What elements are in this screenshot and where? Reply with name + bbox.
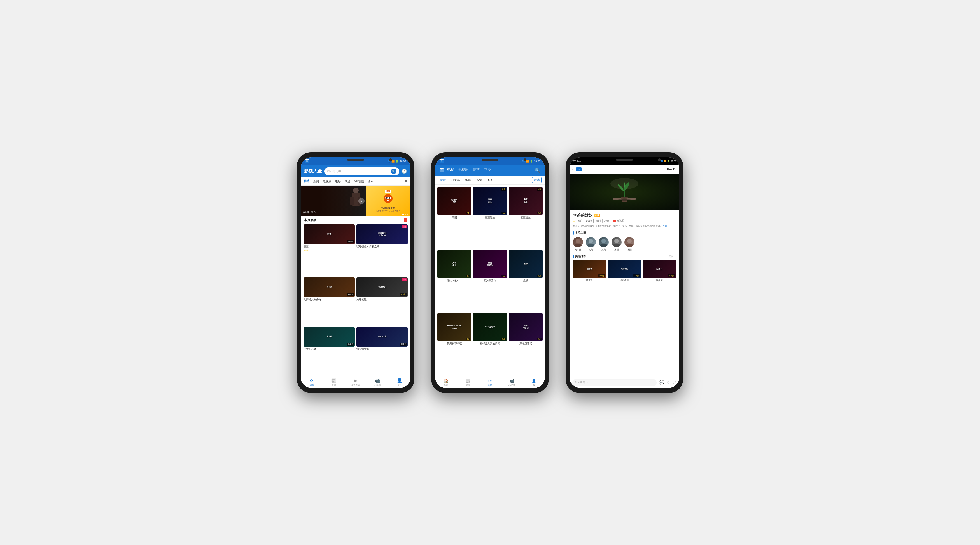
app2-movie-9[interactable]: 深海 历险记 7.7 深海历险记 bbox=[509, 313, 542, 374]
app2-video-label: 小视频 bbox=[509, 384, 515, 387]
svg-point-0 bbox=[353, 187, 359, 193]
tab-bai[interactable]: 百# bbox=[366, 178, 375, 185]
app2-nav-news[interactable]: 📰 新闻 bbox=[457, 379, 479, 387]
bottom-nav-video[interactable]: 📹 小视频 bbox=[366, 378, 388, 387]
cast-1[interactable]: 黄才伦 bbox=[573, 237, 583, 251]
app1-history-icon[interactable]: 🕐 bbox=[401, 168, 407, 174]
app1-search-bar[interactable]: 我不是药神 🔍 bbox=[324, 167, 399, 175]
app3-heart-icon[interactable]: ♡ bbox=[667, 380, 671, 385]
filter-button[interactable]: 筛选 bbox=[532, 177, 541, 183]
phone-2-screen: N 🔵 📶 🔋 20:07 N 电影 电视剧 综艺 动漫 🔍 bbox=[435, 157, 545, 388]
app2-home-label: 首页 bbox=[444, 384, 448, 387]
app2-logo: N bbox=[440, 159, 444, 163]
app2-title-7: 莫斯科不眠夜 bbox=[438, 342, 471, 345]
movie-card-3[interactable]: 花不弃 46集全 共产党人刘少奇 bbox=[304, 277, 355, 325]
phone-3-status-bar: 639.3M/s 🔵 📶 🔋 20:06 bbox=[570, 157, 679, 165]
app3-share-icon[interactable]: ↗ bbox=[673, 380, 676, 385]
movie-card-2[interactable]: 猩球崛起3 终极之战 付费 猩球崛起3: 终极之战 bbox=[356, 224, 408, 276]
app2-movie-6[interactable]: 救赎 7.2 救赎 bbox=[509, 250, 542, 311]
app2-movie-3[interactable]: 密室 逃生 付费 7.3 密室逃生 bbox=[509, 187, 542, 248]
app2-tab-variety[interactable]: 综艺 bbox=[473, 167, 480, 173]
phone-3-camera bbox=[658, 159, 661, 161]
movie-2-title: 猩球崛起3: 终极之战 bbox=[356, 245, 408, 249]
movie-thumb-4: 推理笔记 付费 4.4分 bbox=[356, 277, 408, 297]
banner-left: 面临目惊心 bbox=[301, 186, 366, 216]
news-label: 新闻 bbox=[331, 384, 336, 387]
app2-tab-anime[interactable]: 动漫 bbox=[484, 167, 491, 173]
app3-movie-meta: ★ 4.6分 │ 2018 │ 喜剧 │ 来源： ● 百视通 bbox=[573, 219, 676, 223]
app2-nav-video[interactable]: 📹 小视频 bbox=[501, 379, 523, 387]
similar-name-1: 摆渡人 bbox=[573, 279, 606, 282]
app2-movie-1[interactable]: 吉田 犯罪集 楽園 7.5 乐园 bbox=[438, 187, 471, 248]
app2-movie-7[interactable]: MOSCOW NEVER SLEEPS 8.3 莫斯科不眠夜 bbox=[438, 313, 471, 374]
app3-meta-sep2: │ bbox=[593, 219, 595, 222]
tab-grid-icon[interactable]: ⊞ bbox=[402, 178, 409, 185]
app3-chat-icon[interactable]: 💬 bbox=[659, 380, 665, 385]
banner-novel-sub: 免费看书100年，立享为报！ bbox=[376, 210, 401, 212]
app1-battery-icon: 🔋 bbox=[395, 160, 398, 163]
app2-nav-refresh[interactable]: ⟳ 刷新 bbox=[479, 379, 501, 387]
filter-latest[interactable]: 最新 bbox=[439, 178, 447, 183]
app2-news-icon: 📰 bbox=[466, 379, 470, 383]
app1-search-icon[interactable]: 🔍 bbox=[391, 168, 396, 174]
app2-n-logo: N bbox=[440, 168, 444, 172]
similar-2[interactable]: 追凶者也 7.7分 追凶者也 bbox=[608, 260, 641, 282]
tab-dongman[interactable]: 动漫 bbox=[343, 178, 352, 185]
bottom-nav-free[interactable]: ▶ 免费专区 bbox=[345, 378, 366, 387]
bottom-nav-me[interactable]: 👤 我 bbox=[389, 378, 410, 387]
app3-desc-more[interactable]: 全部 bbox=[663, 225, 667, 227]
filter-scifi[interactable]: 科幻 bbox=[486, 178, 495, 183]
tab-jingxuan[interactable]: 精选 bbox=[302, 178, 311, 185]
app2-title-9: 深海历险记 bbox=[509, 342, 542, 345]
movie-card-6[interactable]: 渭公河大案 34集全 渭公河大案 bbox=[356, 327, 408, 375]
cast-5[interactable]: 宋阳 bbox=[624, 237, 635, 251]
movie-card-1[interactable]: 密查 39集全 密查 6.8分 bbox=[304, 224, 355, 276]
phone-1-camera bbox=[389, 159, 392, 161]
app2-movie-4[interactable]: 英雄 本色 4.7 英雄本色2018 bbox=[438, 250, 471, 311]
movie-thumb-6: 渭公河大案 34集全 bbox=[356, 327, 408, 346]
app1-section-header: 本月热播 bbox=[301, 216, 410, 223]
app3-video-player[interactable] bbox=[570, 174, 679, 210]
app1-header: 影视大全 我不是药神 🔍 🕐 bbox=[301, 165, 410, 178]
app3-similar-more[interactable]: 更多 > bbox=[669, 254, 676, 258]
tab-vip[interactable]: VIP影院 bbox=[352, 178, 366, 185]
app3-back-button[interactable]: ‹ bbox=[572, 167, 574, 172]
filter-chinese[interactable]: 华语 bbox=[464, 178, 473, 183]
phone-3-speaker bbox=[616, 159, 633, 160]
bottom-nav-refresh[interactable]: ⟳ 刷新 bbox=[301, 378, 323, 387]
banner-arrow-icon[interactable]: › bbox=[358, 198, 364, 204]
filter-hollywood[interactable]: 好莱坞 bbox=[450, 178, 461, 183]
filter-romance[interactable]: 爱情 bbox=[475, 178, 484, 183]
app2-search-icon[interactable]: 🔍 bbox=[535, 168, 540, 173]
movie-card-5[interactable]: 黄千花 51集全 小女花不弃 bbox=[304, 327, 355, 375]
cast-2[interactable]: 艾伦 bbox=[586, 237, 596, 251]
svg-point-18 bbox=[627, 239, 632, 243]
app2-movie-2[interactable]: 密室 逃生 付费 7.3 密室逃生 bbox=[473, 187, 507, 248]
tab-dianshiju[interactable]: 电视剧 bbox=[321, 178, 333, 185]
app2-score-8: 8.5 bbox=[501, 338, 506, 340]
banner-ad-right[interactable]: 免费 七猫免费小说 免费看书100年，立享为报！ bbox=[366, 186, 410, 216]
similar-1[interactable]: 摆渡人 5.9分 摆渡人 bbox=[573, 260, 606, 282]
app3-comment-input[interactable]: 我来说两句... bbox=[572, 379, 657, 386]
cast-4[interactable]: 宋阳 bbox=[611, 237, 622, 251]
app2-me-icon: 👤 bbox=[531, 379, 536, 383]
movie-card-4[interactable]: 推理笔记 付费 4.4分 推理笔记 bbox=[356, 277, 408, 325]
app2-tab-tv[interactable]: 电视剧 bbox=[458, 167, 468, 173]
app3-cast-title: 本片主演 bbox=[573, 231, 676, 235]
app2-nav-home[interactable]: 🏠 首页 bbox=[435, 379, 457, 387]
app2-nav-me[interactable]: 👤 我 bbox=[523, 379, 545, 387]
app3-source: ● 百视通 bbox=[612, 219, 624, 223]
app2-movie-5[interactable]: 因为 我爱你 7.3 因为我爱你 bbox=[473, 250, 507, 311]
cast-3[interactable]: 艾伦 bbox=[599, 237, 609, 251]
app3-year: 2018 bbox=[586, 219, 592, 222]
tab-dianying[interactable]: 电影 bbox=[333, 178, 343, 185]
app3-comment-placeholder: 我来说两句... bbox=[575, 381, 590, 385]
app2-movie-8[interactable]: A ROOM WITH A VIEW 8.5 看得见风景的房间 bbox=[473, 313, 507, 374]
tab-xinwen[interactable]: 新闻 bbox=[311, 178, 321, 185]
app1-banner[interactable]: 面临目惊心 免费 bbox=[301, 186, 410, 216]
cast-avatar-3 bbox=[599, 237, 609, 247]
app2-tab-movie[interactable]: 电影 bbox=[447, 167, 454, 173]
svg-point-7 bbox=[386, 197, 388, 199]
bottom-nav-news[interactable]: 📰 新闻 bbox=[323, 378, 344, 387]
similar-3[interactable]: 捉妖记 6.7分 捉妖记 bbox=[643, 260, 676, 282]
